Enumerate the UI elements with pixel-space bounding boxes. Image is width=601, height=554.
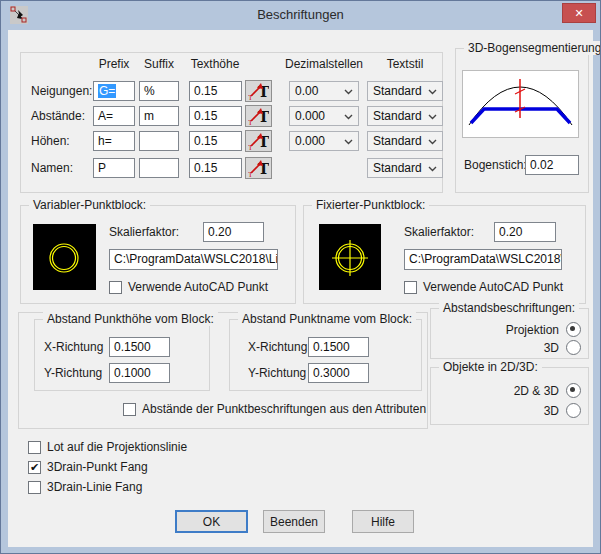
variable-pointblock-title: Variabler-Punktblock: — [29, 198, 150, 212]
select-value: 0.000 — [295, 134, 325, 148]
arc-segmentation-title: 3D-Bogensegmentierung — [464, 41, 601, 55]
svg-text:T: T — [248, 94, 253, 100]
slopes-textstyle-button[interactable]: T T — [245, 80, 272, 102]
height-y-direction-label: Y-Richtung — [44, 363, 102, 383]
chevron-down-icon — [344, 114, 353, 120]
window-title: Beschriftungen — [1, 7, 600, 22]
slopes-suffix-input[interactable]: % — [139, 81, 179, 101]
slopes-textstyle-select[interactable]: Standard — [367, 81, 443, 101]
offsets-outer-group: Abstand Punkthöhe vom Block: X-Richtung … — [18, 312, 428, 429]
names-suffix-input[interactable] — [139, 158, 179, 178]
fixed-use-autocad-point-checkbox[interactable]: Verwende AutoCAD Punkt — [404, 280, 563, 294]
distance-labels-title: Abstandsbeschriftungen: — [439, 301, 579, 315]
name-y-direction-label: Y-Richtung — [248, 363, 306, 383]
heights-prefix-input[interactable]: h= — [93, 131, 135, 151]
variable-scale-input[interactable]: 0.20 — [203, 222, 264, 242]
double-circle-icon — [33, 224, 96, 290]
heights-textheight-input[interactable]: 0.15 — [189, 131, 242, 151]
selected-text: G= — [98, 84, 116, 98]
variable-block-path-input[interactable]: C:\ProgramData\WSLC2018\Li — [109, 249, 278, 270]
checkbox-label: 3Drain-Linie Fang — [47, 480, 142, 494]
slopes-row-label: Neigungen: — [31, 81, 92, 101]
height-y-direction-input[interactable]: 0.1000 — [109, 363, 170, 383]
variable-pointblock-group: Variabler-Punktblock: Skalierfaktor: 0.2… — [20, 205, 296, 304]
close-button[interactable]: ✕ — [562, 3, 596, 23]
height-x-direction-input[interactable]: 0.1500 — [109, 337, 170, 357]
select-value: Standard — [373, 109, 422, 123]
heights-suffix-input[interactable] — [139, 131, 179, 151]
offsets-from-attributes-checkbox[interactable]: Abstände der Punktbeschriftungen aus den… — [123, 402, 426, 416]
distances-prefix-input[interactable]: A= — [93, 106, 135, 126]
checkbox-box — [28, 441, 41, 454]
objects-2d-and-3d-radio[interactable] — [566, 383, 581, 398]
name-x-direction-input[interactable]: 0.1500 — [308, 337, 369, 357]
3drain-point-snap-checkbox[interactable]: ✔ 3Drain-Punkt Fang — [28, 460, 148, 474]
svg-text:T: T — [248, 144, 253, 150]
3drain-line-snap-checkbox[interactable]: 3Drain-Linie Fang — [28, 480, 142, 494]
svg-text:T: T — [248, 119, 253, 125]
arc-preview — [462, 70, 579, 138]
checkbox-box — [109, 281, 122, 294]
distances-textheight-input[interactable]: 0.15 — [189, 106, 242, 126]
distance-3d-radio-row[interactable]: 3D — [439, 340, 581, 355]
names-textheight-input[interactable]: 0.15 — [189, 158, 242, 178]
help-button[interactable]: Hilfe — [352, 510, 414, 533]
names-prefix-input[interactable]: P — [93, 158, 135, 178]
radio-label: 3D — [544, 404, 559, 418]
radio-label: Projektion — [506, 323, 559, 337]
distances-textstyle-button[interactable]: T T — [245, 105, 272, 127]
heights-textstyle-button[interactable]: T T — [245, 130, 272, 152]
checkbox-box: ✔ — [28, 461, 41, 474]
text-style-icon: T T — [248, 132, 269, 150]
dialog-body: Prefix Suffix Texthöhe Dezimalstellen Te… — [8, 30, 593, 547]
objects-3d-radio[interactable] — [566, 403, 581, 418]
perpendicular-projection-checkbox[interactable]: Lot auf die Projektionslinie — [28, 440, 187, 454]
slopes-prefix-input[interactable]: G= — [93, 81, 135, 101]
slopes-textheight-input[interactable]: 0.15 — [189, 81, 242, 101]
checkbox-box — [123, 403, 136, 416]
select-value: Standard — [373, 161, 422, 175]
select-value: 0.000 — [295, 109, 325, 123]
slopes-decimals-select[interactable]: 0.00 — [289, 81, 359, 101]
chevron-down-icon — [344, 139, 353, 145]
projection-radio-row[interactable]: Projektion — [439, 322, 581, 337]
distances-textstyle-select[interactable]: Standard — [367, 106, 443, 126]
select-value: Standard — [373, 134, 422, 148]
cancel-button[interactable]: Beenden — [263, 510, 325, 533]
close-icon: ✕ — [574, 7, 583, 19]
svg-text:T: T — [248, 171, 253, 177]
heights-textstyle-select[interactable]: Standard — [367, 131, 443, 151]
label-settings-group: Prefix Suffix Texthöhe Dezimalstellen Te… — [20, 52, 443, 193]
chevron-down-icon — [428, 166, 437, 172]
header-suffix: Suffix — [135, 57, 183, 71]
height-x-direction-label: X-Richtung — [44, 337, 103, 357]
header-textheight: Texthöhe — [179, 57, 251, 71]
objects-2d3d-radio-row[interactable]: 2D & 3D — [439, 383, 581, 398]
fixed-block-path-input[interactable]: C:\ProgramData\WSLC2018\Li — [404, 249, 562, 270]
heights-row-label: Höhen: — [31, 131, 70, 151]
distances-decimals-select[interactable]: 0.000 — [289, 106, 359, 126]
distances-suffix-input[interactable]: m — [139, 106, 179, 126]
chevron-down-icon — [428, 89, 437, 95]
point-name-offset-title: Abstand Punktname vom Block: — [238, 312, 416, 326]
point-height-offset-title: Abstand Punkthöhe vom Block: — [43, 312, 218, 326]
fixed-pointblock-title: Fixierter-Punktblock: — [312, 198, 429, 212]
distance-3d-radio[interactable] — [566, 340, 581, 355]
ok-button[interactable]: OK — [175, 510, 248, 533]
objects-3d-radio-row[interactable]: 3D — [439, 403, 581, 418]
point-height-offset-group: Abstand Punkthöhe vom Block: X-Richtung … — [34, 319, 210, 391]
projection-radio[interactable] — [566, 322, 581, 337]
bogenstich-input[interactable]: 0.02 — [525, 155, 579, 175]
bogenstich-label: Bogenstich: — [464, 155, 527, 175]
variable-use-autocad-point-checkbox[interactable]: Verwende AutoCAD Punkt — [109, 280, 268, 294]
names-textstyle-button[interactable]: T T — [245, 157, 272, 179]
name-y-direction-input[interactable]: 0.3000 — [308, 363, 369, 383]
heights-decimals-select[interactable]: 0.000 — [289, 131, 359, 151]
header-decimals: Dezimalstellen — [275, 57, 373, 71]
text-style-icon: T T — [248, 107, 269, 125]
names-textstyle-select[interactable]: Standard — [367, 158, 443, 178]
chevron-down-icon — [428, 114, 437, 120]
chevron-down-icon — [344, 89, 353, 95]
title-bar[interactable]: Beschriftungen ✕ — [1, 1, 600, 30]
fixed-scale-input[interactable]: 0.20 — [494, 222, 556, 242]
